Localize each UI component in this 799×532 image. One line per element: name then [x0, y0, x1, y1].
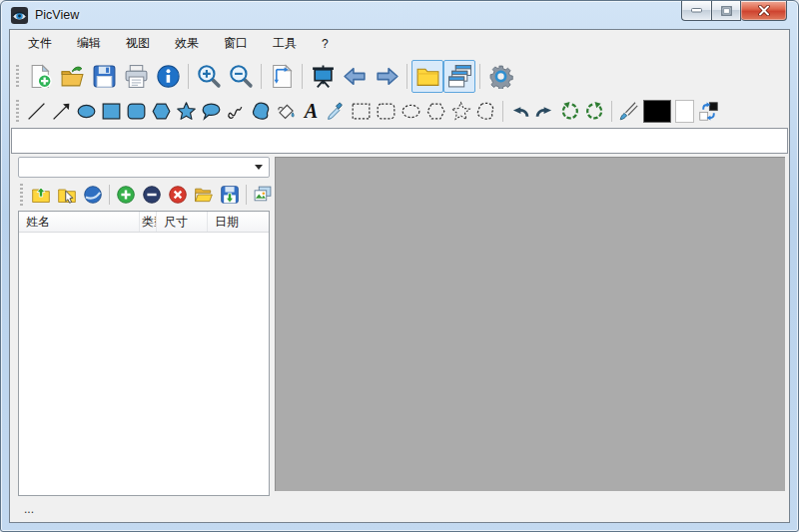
titlebar[interactable]: PicView — [1, 1, 798, 29]
select-hexagon-button[interactable] — [423, 98, 448, 125]
save-list-button[interactable] — [217, 182, 243, 208]
color-picker-icon — [326, 101, 347, 122]
toolbar-grip[interactable] — [16, 65, 19, 87]
draw-hexagon-button[interactable] — [149, 98, 174, 125]
draw-curve-icon — [226, 101, 247, 122]
print-button[interactable] — [120, 60, 152, 93]
toolbar-separator — [109, 185, 110, 205]
open-image-button[interactable] — [56, 60, 88, 93]
add-item-button[interactable] — [113, 182, 139, 208]
select-ellipse-button[interactable] — [399, 98, 423, 125]
select-rectangle-button[interactable] — [349, 98, 374, 125]
toolbar-separator — [246, 185, 247, 205]
folder-dropdown[interactable] — [18, 157, 270, 178]
slideshow-button[interactable] — [307, 60, 339, 93]
zoom-in-button[interactable] — [193, 60, 225, 93]
draw-ellipse-button[interactable] — [74, 98, 99, 125]
maximize-button[interactable] — [711, 1, 741, 21]
toolbar-separator — [479, 64, 480, 89]
window-controls — [681, 1, 787, 21]
menu-item-help[interactable]: ? — [312, 33, 339, 55]
folder-browse-icon — [57, 185, 77, 205]
new-image-button[interactable] — [24, 60, 56, 93]
draw-star-button[interactable] — [174, 98, 199, 125]
rotate-left-button[interactable] — [557, 98, 582, 125]
delete-item-button[interactable] — [165, 182, 191, 208]
folder-up-button[interactable] — [28, 182, 54, 208]
zoom-out-icon — [229, 64, 254, 89]
image-canvas — [275, 157, 785, 491]
color-picker-button[interactable] — [324, 98, 349, 125]
draw-curve-button[interactable] — [224, 98, 249, 125]
draw-freeform-button[interactable] — [249, 98, 274, 125]
draw-arrow-button[interactable] — [49, 98, 74, 125]
slideshow-icon — [311, 64, 336, 89]
save-image-icon — [92, 64, 117, 89]
zoom-out-button[interactable] — [225, 60, 257, 93]
draw-freeform-icon — [251, 101, 272, 122]
background-color-button[interactable] — [673, 98, 696, 125]
draw-rounded-rectangle-button[interactable] — [124, 98, 149, 125]
select-freeform-button[interactable] — [473, 98, 498, 125]
redo-button[interactable] — [532, 98, 557, 125]
select-star-button[interactable] — [448, 98, 473, 125]
browse-panel-button[interactable] — [411, 60, 443, 93]
menu-item-view[interactable]: 视图 — [116, 31, 160, 56]
status-text: ... — [24, 502, 34, 516]
window-list-button[interactable] — [443, 60, 475, 93]
menu-item-effects[interactable]: 效果 — [165, 31, 209, 56]
rotate-right-button[interactable] — [582, 98, 607, 125]
file-list-body[interactable] — [19, 233, 269, 495]
minimize-button[interactable] — [681, 1, 711, 21]
column-header-size[interactable]: 尺寸 — [157, 212, 208, 232]
globe-icon — [83, 185, 103, 205]
fill-color-button[interactable] — [274, 98, 299, 125]
paint-brush-icon — [618, 101, 639, 122]
toolbar-grip[interactable] — [16, 100, 19, 122]
folder-browse-button[interactable] — [54, 182, 80, 208]
remove-item-button[interactable] — [139, 182, 165, 208]
draw-rectangle-icon — [101, 101, 122, 122]
select-ellipse-icon — [400, 101, 421, 122]
menu-item-window[interactable]: 窗口 — [214, 31, 258, 56]
redo-icon — [534, 101, 555, 122]
column-header-name[interactable]: 姓名 — [19, 212, 140, 232]
draw-text-button[interactable]: A — [299, 98, 324, 125]
save-image-button[interactable] — [88, 60, 120, 93]
swap-colors-button[interactable] — [696, 98, 721, 125]
next-image-button[interactable] — [371, 60, 402, 93]
settings-button[interactable] — [484, 60, 516, 93]
window-title: PicView — [35, 8, 79, 22]
draw-rounded-rectangle-icon — [126, 101, 147, 122]
undo-button[interactable] — [507, 98, 532, 125]
open-list-button[interactable] — [191, 182, 217, 208]
column-header-type[interactable]: 类型 — [140, 212, 157, 232]
menu-item-edit[interactable]: 编辑 — [67, 31, 111, 56]
file-list: 姓名类型尺寸日期 — [18, 211, 270, 496]
image-info-button[interactable] — [152, 60, 184, 93]
paint-brush-button[interactable] — [616, 98, 641, 125]
fill-color-icon — [276, 101, 297, 122]
draw-rectangle-button[interactable] — [99, 98, 124, 125]
resize-image-button[interactable] — [266, 60, 298, 93]
draw-callout-button[interactable] — [199, 98, 224, 125]
select-rounded-rectangle-button[interactable] — [374, 98, 399, 125]
draw-arrow-icon — [51, 101, 72, 122]
foreground-color-button[interactable] — [641, 98, 673, 125]
draw-line-button[interactable] — [24, 98, 49, 125]
globe-button[interactable] — [80, 182, 106, 208]
toolbar-grip[interactable] — [20, 184, 23, 206]
main-toolbar — [10, 57, 789, 95]
swap-colors-icon — [698, 101, 719, 122]
select-hexagon-icon — [425, 101, 446, 122]
toolbar-separator — [611, 101, 612, 122]
undo-icon — [509, 101, 530, 122]
column-header-date[interactable]: 日期 — [208, 212, 269, 232]
previous-image-button[interactable] — [339, 60, 371, 93]
folder-up-icon — [31, 185, 51, 205]
menu-item-tools[interactable]: 工具 — [263, 31, 307, 56]
close-button[interactable] — [741, 1, 787, 21]
chevron-down-icon — [255, 165, 263, 170]
image-info-icon — [156, 64, 181, 89]
menu-item-file[interactable]: 文件 — [18, 31, 62, 56]
